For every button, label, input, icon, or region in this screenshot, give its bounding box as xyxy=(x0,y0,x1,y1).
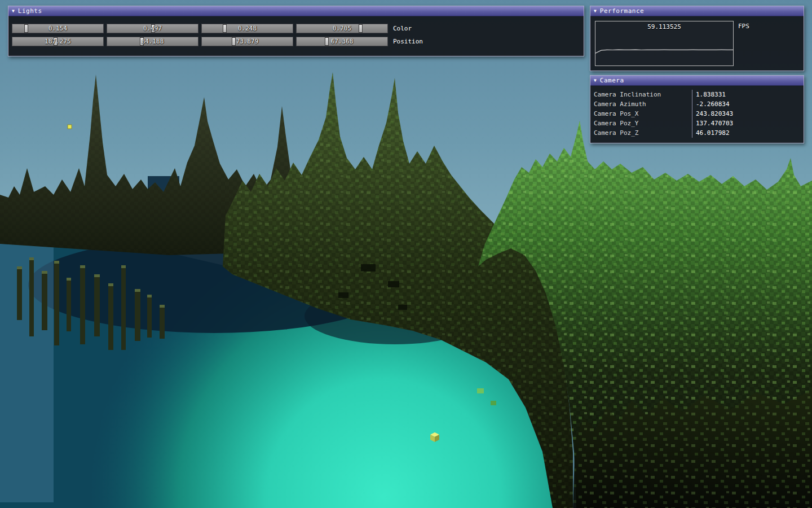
light-color-slider-3[interactable]: 0.705 xyxy=(296,24,388,33)
camera-row-azimuth: Camera Azimuth -2.260834 xyxy=(590,99,804,109)
camera-panel: ▼ Camera Camera Inclination 1.838331 Cam… xyxy=(590,75,804,143)
lights-panel-header[interactable]: ▼ Lights xyxy=(8,6,584,16)
light-position-slider-2[interactable]: 73.879 xyxy=(201,37,293,46)
slider-value: 0.248 xyxy=(202,24,293,33)
camera-row-value: -2.260834 xyxy=(692,99,804,109)
slider-value: 84.188 xyxy=(107,37,198,46)
fps-unit-label: FPS xyxy=(738,23,749,30)
light-position-slider-0[interactable]: 187.275 xyxy=(12,37,104,46)
slider-value: 0.705 xyxy=(297,24,387,33)
slider-value: 73.879 xyxy=(202,37,293,46)
camera-row-pos-x: Camera Pos_X 243.820343 xyxy=(590,109,804,119)
light-color-slider-0[interactable]: 0.154 xyxy=(12,24,104,33)
camera-row-value: 46.017982 xyxy=(692,128,804,138)
performance-panel-body: 59.113525 FPS xyxy=(590,16,804,71)
lights-panel: ▼ Lights 0.154 0.497 0.248 0.705 Color xyxy=(8,6,584,56)
camera-row-label: Camera Poz_Z xyxy=(590,128,692,138)
camera-panel-body: Camera Inclination 1.838331 Camera Azimu… xyxy=(590,86,804,143)
light-position-slider-1[interactable]: 84.188 xyxy=(107,37,198,46)
slider-handle[interactable] xyxy=(359,24,363,33)
lights-panel-title: Lights xyxy=(18,7,42,15)
slider-handle[interactable] xyxy=(140,37,144,46)
camera-row-pos-y: Camera Poz_Y 137.470703 xyxy=(590,119,804,128)
slider-value: 187.275 xyxy=(12,37,103,46)
camera-row-label: Camera Azimuth xyxy=(590,99,692,109)
light-color-row: 0.154 0.497 0.248 0.705 Color xyxy=(12,24,580,33)
slider-handle[interactable] xyxy=(232,37,236,46)
camera-row-label: Camera Inclination xyxy=(590,90,692,99)
light-position-label: Position xyxy=(393,37,423,46)
slider-handle[interactable] xyxy=(54,37,58,46)
lights-panel-body: 0.154 0.497 0.248 0.705 Color 187.275 xyxy=(8,16,584,56)
collapse-arrow-icon[interactable]: ▼ xyxy=(594,9,597,14)
slider-handle[interactable] xyxy=(325,37,329,46)
fps-graph: 59.113525 xyxy=(595,21,734,66)
camera-row-pos-z: Camera Poz_Z 46.017982 xyxy=(590,128,804,138)
light-position-slider-3[interactable]: 67.368 xyxy=(296,37,388,46)
collapse-arrow-icon[interactable]: ▼ xyxy=(594,78,597,83)
light-color-label: Color xyxy=(393,24,412,33)
camera-row-label: Camera Pos_X xyxy=(590,109,692,119)
performance-panel-title: Performance xyxy=(600,7,644,15)
light-color-slider-1[interactable]: 0.497 xyxy=(107,24,198,33)
camera-panel-header[interactable]: ▼ Camera xyxy=(590,76,804,86)
slider-handle[interactable] xyxy=(24,24,28,33)
camera-panel-title: Camera xyxy=(600,77,624,84)
performance-panel: ▼ Performance 59.113525 FPS xyxy=(590,6,804,71)
camera-row-inclination: Camera Inclination 1.838331 xyxy=(590,90,804,99)
camera-row-label: Camera Poz_Y xyxy=(590,119,692,128)
slider-handle[interactable] xyxy=(223,24,227,33)
slider-value: 67.368 xyxy=(297,37,387,46)
collapse-arrow-icon[interactable]: ▼ xyxy=(12,9,15,14)
fps-value: 59.113525 xyxy=(595,23,733,30)
camera-row-value: 1.838331 xyxy=(692,90,804,99)
slider-handle[interactable] xyxy=(151,24,155,33)
light-position-row: 187.275 84.188 73.879 67.368 Position xyxy=(12,37,580,46)
camera-row-value: 243.820343 xyxy=(692,109,804,119)
light-color-slider-2[interactable]: 0.248 xyxy=(201,24,293,33)
performance-panel-header[interactable]: ▼ Performance xyxy=(590,6,804,16)
camera-row-value: 137.470703 xyxy=(692,119,804,128)
